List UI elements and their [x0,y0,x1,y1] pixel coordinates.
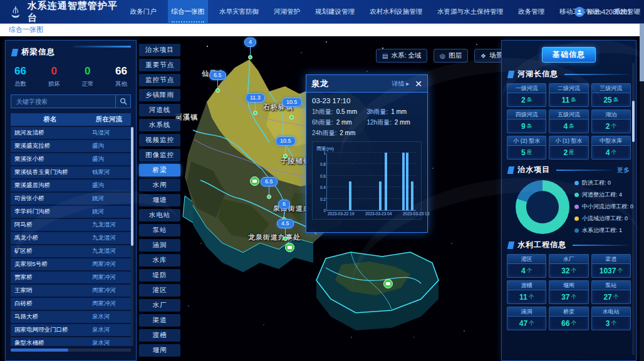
map-marker[interactable]: 6 [278,200,290,221]
layer-menu-item[interactable]: 堤防 [139,269,180,282]
search-input[interactable] [11,98,115,105]
card-value: 66个 [549,317,588,330]
nav-item[interactable]: 综合一张图 [168,0,209,24]
basic-info-button[interactable]: 基础信息 [542,47,596,63]
table-row[interactable]: 栗溪盛居沟桥盛沟 [11,180,131,191]
popup-detail-link[interactable]: 详情 ▸ [392,79,409,88]
table-row[interactable]: 栗溪盛克拉桥盛沟 [11,140,131,152]
nav-item[interactable]: 政务门户 [127,0,160,24]
table-row[interactable]: 栗溪张小桥盛沟 [11,153,131,165]
rain-stat-value: 2 mm [395,119,410,126]
user-menu[interactable]: hhzb42080201 ∨ [574,0,638,24]
table-row[interactable]: 国家电网理业门口桥泉水河 [11,324,131,336]
table-row[interactable]: 栗溪镇香玉黄门沟桥钱家河 [11,166,131,178]
close-icon[interactable]: ✕ [415,79,422,88]
engineering-card[interactable]: 渡槽11个 [507,280,546,304]
river-card[interactable]: 三级河流25条 [591,83,631,107]
layer-menu-item[interactable]: 水库 [139,254,180,267]
nav-item[interactable]: 规划建设管理 [311,0,358,24]
table-horizontal-scrollbar[interactable] [11,348,131,352]
legend-item[interactable]: 中小河流治理工程: 0 [574,203,633,211]
layer-menu-item[interactable]: 涵洞 [139,239,180,252]
table-vertical-scrollbar[interactable] [131,127,133,346]
legend-item[interactable]: 小流域治理工程: 0 [574,215,633,223]
table-row[interactable]: 矿区桥九龙湿河 [11,245,131,257]
table-row[interactable]: 司营张小桥姚河 [11,193,131,205]
map-marker[interactable]: 6.5 [261,177,278,199]
nav-item[interactable]: 河湖管护 [270,0,304,24]
rain-bar [349,181,351,210]
table-row[interactable]: 李学科门沟桥姚河 [11,206,131,218]
river-card[interactable]: 小 (1) 型水2座 [549,136,588,160]
layer-menu-item[interactable]: 河道线 [139,104,180,116]
layer-menu-item[interactable]: 图像监控 [139,149,180,161]
layer-menu-item[interactable]: 监控节点 [139,74,180,86]
page-scrollbar[interactable] [640,24,644,361]
layer-menu-item[interactable]: 渡槽 [139,329,180,342]
table-row[interactable]: 白砖桥周家冲河 [11,298,131,310]
river-card[interactable]: 中型水库4个 [591,136,631,160]
table-row[interactable]: 王家哨周家冲河 [11,285,131,297]
river-card[interactable]: 二级河流11条 [549,83,588,107]
table-row[interactable]: 阿马桥九龙湿河 [11,219,131,231]
camera-icon[interactable] [383,279,393,288]
table-row[interactable]: 象型水桶桥泉水河 [11,337,131,346]
map-marker[interactable]: 11.3 [246,93,265,115]
layer-menu-item[interactable]: 水厂 [139,299,180,312]
card-value: 5座 [507,146,546,159]
search-button[interactable] [115,95,130,108]
layer-menu-item[interactable]: 重要节点 [139,59,180,71]
engineering-card[interactable]: 泵站27个 [591,280,631,304]
legend-item[interactable]: 防洪工程: 0 [574,179,633,187]
map-marker[interactable]: 6.5 [209,71,226,93]
map-control-layers[interactable]: ◎图层 [434,49,468,63]
engineering-card[interactable]: 水厂32个 [549,254,588,278]
layer-menu-item[interactable]: 灌区 [139,284,180,297]
layer-menu-item[interactable]: 渠道 [139,314,180,327]
layer-menu-item[interactable]: 治水项目 [139,44,180,56]
nav-item[interactable]: 水旱灾害防御 [216,0,262,24]
layer-menu-item[interactable]: 堰塘 [139,194,180,206]
breadcrumb[interactable]: 综合一张图 [0,25,43,34]
camera-icon[interactable] [250,176,259,186]
nav-item[interactable]: 水资源与水土保持管理 [434,0,507,24]
table-row[interactable]: 姚河发清桥马湿河 [11,127,131,139]
river-card[interactable]: 小 (2) 型水5座 [507,136,546,160]
engineering-card[interactable]: 堰闸37个 [549,280,588,304]
marker-stem [269,186,269,195]
table-row[interactable]: 禹龙小桥九龙湿河 [11,232,131,244]
panel-scrollbar[interactable] [632,63,635,355]
engineering-card[interactable]: 渠道1037个 [591,254,631,278]
engineering-card[interactable]: 水电站3个 [591,307,631,330]
legend-dot-icon [574,228,579,233]
table-row[interactable]: 吴家坝5号桥周家冲河 [11,258,131,270]
layer-menu-item[interactable]: 桥梁 [139,164,180,176]
legend-item[interactable]: 水系治理工程: 1 [574,226,633,235]
layer-menu-item[interactable]: 水系线 [139,119,180,131]
layer-menu-item[interactable]: 乡镇降雨 [139,89,180,101]
layer-menu-item[interactable]: 视频监控 [139,134,180,146]
map-marker[interactable]: 4.5 [277,219,294,241]
nav-item[interactable]: 政务管理 [514,0,548,24]
camera-icon[interactable] [285,243,294,252]
table-row[interactable]: 马路大桥泉水河 [11,311,131,323]
layer-menu-item[interactable]: 堰闸 [139,344,180,357]
layer-menu-item[interactable]: 水电站 [139,209,180,221]
map-control-layers-grid[interactable]: ▤水系: 全域 [376,49,427,63]
more-link[interactable]: 更多 [617,166,630,175]
river-card[interactable]: 一级河流2条 [507,83,546,107]
engineering-card[interactable]: 桥梁66个 [549,307,588,330]
legend-item[interactable]: 河道整治工程: 4 [574,191,633,199]
table-row[interactable]: 贾家桥周家冲河 [11,272,131,283]
engineering-card[interactable]: 灌区4个 [507,254,546,278]
map-marker[interactable]: 10.5 [276,136,296,158]
layer-menu-item[interactable]: 水闸 [139,179,180,191]
river-card[interactable]: 四级河流9条 [507,109,546,133]
engineering-card[interactable]: 涵洞47个 [507,307,546,330]
river-card[interactable]: 湖泊2个 [591,109,631,133]
layer-menu-item[interactable]: 泵站 [139,224,180,236]
map-marker[interactable]: 10.5 [282,98,302,119]
river-card[interactable]: 五级河流4条 [549,109,588,133]
nav-item[interactable]: 农村水利设施管理 [366,0,426,24]
map-marker[interactable]: 4 [244,38,256,59]
